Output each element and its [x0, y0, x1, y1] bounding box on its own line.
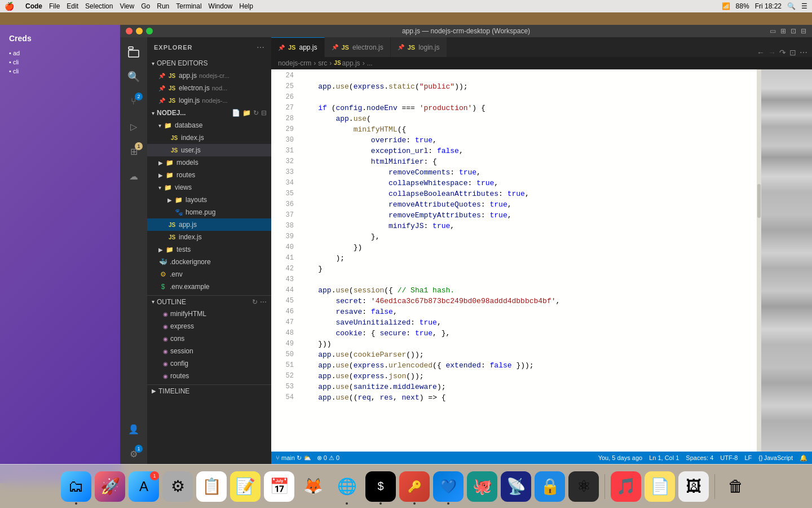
- file-userjs[interactable]: JS user.js: [147, 144, 271, 156]
- go-forward-icon[interactable]: →: [768, 48, 776, 57]
- search-activity-icon[interactable]: 🔍: [123, 67, 144, 87]
- code-content[interactable]: app.use(express.static("public")); if (c…: [298, 69, 757, 452]
- new-file-btn[interactable]: 📄: [232, 109, 240, 117]
- minimize-button[interactable]: [136, 28, 143, 34]
- folder-models[interactable]: ▶ 📁 models: [147, 156, 271, 169]
- dock-launchpad[interactable]: 🚀: [95, 471, 125, 502]
- dock-itunes[interactable]: 🎵: [611, 471, 641, 502]
- close-button[interactable]: [126, 28, 133, 34]
- tab-electronjs[interactable]: 📌 JS electron.js: [325, 37, 391, 57]
- breadcrumb-appjs[interactable]: app.js: [342, 59, 360, 67]
- dock-reminders[interactable]: 📋: [196, 471, 227, 502]
- editor-item-appjs[interactable]: 📌 JS app.js nodejs-cr...: [147, 69, 271, 82]
- user-icon[interactable]: 👤: [123, 419, 144, 439]
- menu-file[interactable]: File: [49, 2, 60, 10]
- dock-trash[interactable]: 🗑: [721, 471, 751, 502]
- outline-action-2[interactable]: ⋯: [260, 298, 267, 306]
- menu-run[interactable]: Run: [157, 2, 169, 10]
- file-explorer-icon[interactable]: [123, 42, 144, 62]
- collapse-btn[interactable]: ⊟: [261, 109, 267, 117]
- dock-calendar[interactable]: 📅: [264, 471, 294, 502]
- menu-view[interactable]: View: [120, 2, 134, 10]
- settings-icon[interactable]: ⚙ 1: [123, 444, 144, 464]
- file-indexjs[interactable]: JS index.js: [147, 132, 271, 144]
- file-appjs-tree[interactable]: JS app.js: [147, 218, 271, 231]
- source-control-icon[interactable]: ⑂ 2: [123, 91, 144, 112]
- remote-icon[interactable]: ☁: [123, 166, 144, 186]
- split-editor-icon[interactable]: ⊡: [789, 48, 796, 57]
- dock-appstore[interactable]: A 1: [129, 471, 159, 502]
- dock-1password[interactable]: 🔑: [399, 471, 430, 502]
- folder-routes[interactable]: ▶ 📁 routes: [147, 169, 271, 181]
- code-editor[interactable]: 24 25 26 27 28 29 30 31 32 33 34 35 36 3…: [271, 69, 812, 452]
- timeline-section-header[interactable]: ▶ TIMELINE: [147, 384, 271, 397]
- dock-preview[interactable]: 🖼: [678, 471, 709, 502]
- file-env[interactable]: ⚙ .env: [147, 268, 271, 281]
- dock-network[interactable]: 📡: [501, 471, 531, 502]
- open-editors-section[interactable]: ▾ OPEN EDITORS: [147, 57, 271, 69]
- editor-item-loginjs[interactable]: 📌 JS login.js nodejs-...: [147, 94, 271, 107]
- control-center-icon[interactable]: ☰: [801, 2, 807, 10]
- project-section[interactable]: ▾ NODEJ... 📄 📁 ↻ ⊟: [147, 107, 271, 119]
- file-env-example[interactable]: $ .env.example: [147, 281, 271, 293]
- run-debug-icon[interactable]: ▷: [123, 116, 144, 137]
- menu-help[interactable]: Help: [239, 2, 253, 10]
- branch-indicator[interactable]: ⑂ main ↻ ⛅: [276, 454, 311, 462]
- menu-terminal[interactable]: Terminal: [176, 2, 201, 10]
- outline-express[interactable]: ◉ express: [147, 320, 271, 332]
- folder-views[interactable]: ▾ 📁 views: [147, 181, 271, 194]
- spaces-indicator[interactable]: Spaces: 4: [686, 454, 713, 461]
- outline-minifyhtml[interactable]: ◉ minifyHTML: [147, 308, 271, 320]
- search-icon[interactable]: 🔍: [787, 2, 796, 10]
- breadcrumb-ellipsis[interactable]: ...: [367, 59, 373, 67]
- editor-item-electronjs[interactable]: 📌 JS electron.js nod...: [147, 82, 271, 94]
- dock-gitkraken[interactable]: 🐙: [467, 471, 497, 502]
- outline-routes[interactable]: ◉ routes: [147, 370, 271, 382]
- more-actions-icon[interactable]: ⋯: [800, 48, 807, 57]
- layout-icon-2[interactable]: ⊞: [780, 27, 786, 35]
- menu-window[interactable]: Window: [209, 2, 233, 10]
- folder-tests[interactable]: ▶ 📁 tests: [147, 243, 271, 256]
- file-dockerignore[interactable]: 🐳 .dockerignore: [147, 256, 271, 268]
- layout-icon-4[interactable]: ⊟: [801, 27, 806, 35]
- dock-stickies[interactable]: 📝: [230, 471, 261, 502]
- dock-terminal[interactable]: $: [365, 471, 396, 502]
- outline-cons[interactable]: ◉ cons: [147, 332, 271, 345]
- scrollbar-vertical[interactable]: [757, 69, 761, 452]
- new-file-icon[interactable]: ⋯: [257, 43, 264, 52]
- layout-icon-3[interactable]: ⊡: [791, 27, 796, 35]
- file-homepug[interactable]: 🐾 home.pug: [147, 206, 271, 218]
- extensions-icon[interactable]: ⊞ 1: [123, 141, 144, 161]
- folder-database[interactable]: ▾ 📁 database: [147, 119, 271, 132]
- encoding-indicator[interactable]: UTF-8: [720, 454, 738, 461]
- apple-menu[interactable]: 🍎: [5, 2, 14, 11]
- cursor-position[interactable]: Ln 1, Col 1: [649, 454, 679, 461]
- folder-layouts[interactable]: ▶ 📁 layouts: [147, 194, 271, 206]
- outline-section-header[interactable]: ▾ OUTLINE ↻ ⋯: [147, 295, 271, 308]
- outline-config[interactable]: ◉ config: [147, 357, 271, 370]
- outline-action-1[interactable]: ↻: [252, 298, 258, 306]
- dock-firefox[interactable]: 🦊: [298, 471, 328, 502]
- menu-go[interactable]: Go: [141, 2, 150, 10]
- refresh-btn[interactable]: ↻: [253, 109, 259, 117]
- dock-vscode[interactable]: 💙: [433, 471, 464, 502]
- notifications-icon[interactable]: 🔔: [800, 454, 807, 462]
- language-indicator[interactable]: {} JavaScript: [758, 454, 793, 461]
- dock-sysprefs[interactable]: ⚙: [162, 471, 193, 502]
- tab-loginjs[interactable]: 📌 JS login.js: [391, 37, 447, 57]
- maximize-button[interactable]: [146, 28, 153, 34]
- dock-silverlock[interactable]: 🔒: [535, 471, 565, 502]
- errors-indicator[interactable]: ⊗ 0 ⚠ 0: [317, 454, 339, 462]
- menu-edit[interactable]: Edit: [67, 2, 78, 10]
- new-folder-btn[interactable]: 📁: [242, 109, 251, 117]
- breadcrumb-nodejs-crm[interactable]: nodejs-crm: [278, 59, 311, 67]
- dock-atom[interactable]: ⚛: [568, 471, 599, 502]
- menu-selection[interactable]: Selection: [85, 2, 113, 10]
- go-back-icon[interactable]: ←: [757, 48, 765, 57]
- dock-chrome[interactable]: 🌐: [332, 471, 362, 502]
- layout-icon-1[interactable]: ▭: [770, 27, 776, 35]
- breadcrumb-src[interactable]: src: [318, 59, 327, 67]
- go-forward-2-icon[interactable]: ↷: [779, 48, 786, 57]
- outline-session[interactable]: ◉ session: [147, 345, 271, 357]
- dock-notes[interactable]: 📄: [645, 471, 675, 502]
